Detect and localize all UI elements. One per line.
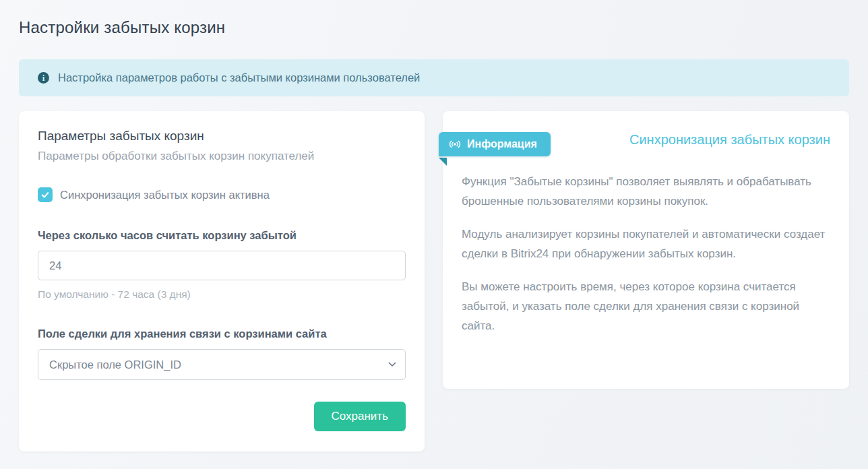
hours-field-help: По умолчанию - 72 часа (3 дня) [38,288,406,301]
info-banner: i Настройка параметров работы с забытыми… [19,59,849,96]
deal-field-select-wrap: Скрытое поле ORIGIN_ID [38,349,406,380]
badge-ribbon-fold [439,158,447,166]
information-badge-label: Информация [467,138,537,150]
form-card-title: Параметры забытых корзин [38,129,406,144]
sync-active-checkbox[interactable] [38,187,53,202]
info-paragraph: Вы можете настроить время, через которое… [462,277,830,336]
save-button[interactable]: Сохранить [314,402,406,431]
information-badge: Информация [439,132,551,156]
info-card-body: Функция "Забытые корзины" позволяет выяв… [462,172,830,336]
sync-active-checkbox-label: Синхронизация забытых корзин активна [60,189,270,201]
settings-page: Настройки забытых корзин i Настройка пар… [0,0,868,451]
information-card: Информация Синхронизация забытых корзин … [443,111,849,389]
deal-field-label: Поле сделки для хранения связи с корзина… [38,327,406,340]
check-icon [41,191,49,199]
form-card-subtitle: Параметры обработки забытых корзин покуп… [38,150,406,163]
info-banner-text: Настройка параметров работы с забытыми к… [58,71,420,84]
deal-field-select[interactable]: Скрытое поле ORIGIN_ID [38,349,406,380]
forgotten-carts-form-card: Параметры забытых корзин Параметры обраб… [19,111,425,451]
info-paragraph: Функция "Забытые корзины" позволяет выяв… [462,172,830,211]
hours-input[interactable] [38,251,406,280]
sync-active-checkbox-row[interactable]: Синхронизация забытых корзин активна [38,187,406,202]
form-actions: Сохранить [38,402,406,431]
hours-field-label: Через сколько часов считать корзину забы… [38,229,406,242]
cards-row: Параметры забытых корзин Параметры обраб… [19,111,849,451]
page-title: Настройки забытых корзин [19,0,849,37]
broadcast-icon [449,139,461,149]
info-paragraph: Модуль анализирует корзины покупателей и… [462,224,830,263]
info-icon: i [38,72,49,84]
